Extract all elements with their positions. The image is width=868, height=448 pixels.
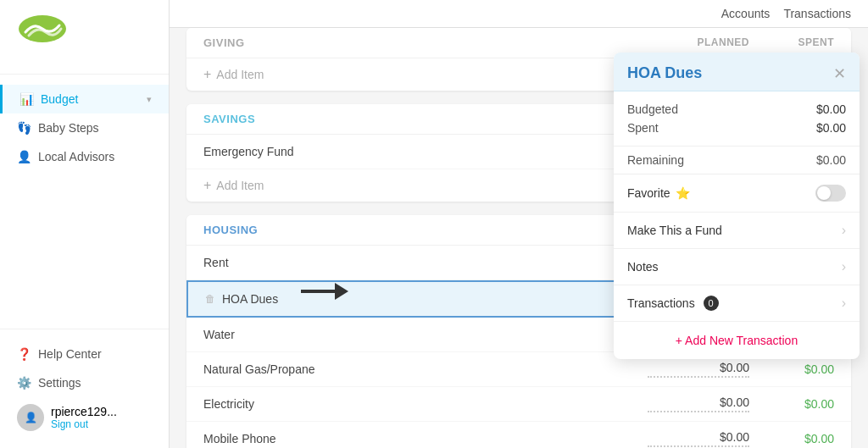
mobile-name: Mobile Phone xyxy=(203,432,648,445)
spent-label: Spent xyxy=(627,121,659,135)
gas-planned: $0.00 xyxy=(648,361,749,378)
budgeted-label: Budgeted xyxy=(627,102,678,116)
add-transaction-button[interactable]: + Add New Transaction xyxy=(614,322,860,359)
settings-icon: ⚙️ xyxy=(17,376,31,390)
sidebar-item-budget-label: Budget xyxy=(41,92,78,106)
remaining-label: Remaining xyxy=(627,153,684,167)
avatar: 👤 xyxy=(17,404,44,431)
add-transaction-label: + Add New Transaction xyxy=(676,334,798,347)
hoa-name: 🗑 HOA Dues xyxy=(205,292,646,306)
logo xyxy=(0,0,169,75)
giving-add-item-label: Add Item xyxy=(216,68,264,81)
transactions-label: Transactions 0 xyxy=(627,296,719,311)
electricity-planned: $0.00 xyxy=(648,395,749,412)
panel-header: HOA Dues ✕ xyxy=(614,53,860,91)
user-info: rpierce129... Sign out xyxy=(51,405,117,430)
gas-name: Natural Gas/Propane xyxy=(203,362,648,376)
sidebar-item-local-advisors[interactable]: 👤 Local Advisors xyxy=(0,142,169,171)
sidebar-item-budget[interactable]: 📊 Budget ▾ xyxy=(0,85,169,113)
panel-body: Budgeted $0.00 Spent $0.00 Remaining $0.… xyxy=(614,91,860,359)
mobile-planned: $0.00 xyxy=(648,430,749,447)
transactions-label-text: Transactions xyxy=(627,296,695,310)
advisors-icon: 👤 xyxy=(17,150,31,163)
electricity-name: Electricity xyxy=(203,397,648,411)
giving-title: GIVING xyxy=(203,36,648,49)
budgeted-value: $0.00 xyxy=(816,102,846,116)
sidebar-item-baby-steps-label: Baby Steps xyxy=(38,121,99,135)
housing-row-mobile[interactable]: Mobile Phone $0.00 $0.00 xyxy=(186,422,851,448)
hoa-panel: HOA Dues ✕ Budgeted $0.00 Spent $0.00 Re… xyxy=(614,53,860,359)
sidebar-item-settings[interactable]: ⚙️ Settings xyxy=(0,368,169,397)
sidebar-item-settings-label: Settings xyxy=(38,376,81,390)
giving-planned-col: PLANNED xyxy=(648,36,749,49)
chevron-right-icon: › xyxy=(842,223,846,238)
sidebar-item-baby-steps[interactable]: 👣 Baby Steps xyxy=(0,113,169,142)
favorite-toggle[interactable] xyxy=(815,185,846,202)
electricity-spent: $0.00 xyxy=(749,397,834,411)
transactions-link[interactable]: Transactions xyxy=(783,7,851,20)
delete-icon[interactable]: 🗑 xyxy=(205,293,215,305)
favorite-label: Favorite ⭐ xyxy=(627,186,690,200)
user-section: 👤 rpierce129... Sign out xyxy=(0,397,169,438)
arrow-body xyxy=(301,290,335,293)
baby-steps-icon: 👣 xyxy=(17,121,31,135)
spent-row: Spent $0.00 xyxy=(627,119,846,137)
panel-amounts-section: Budgeted $0.00 Spent $0.00 xyxy=(614,91,860,147)
plus-icon-savings: + xyxy=(203,178,211,193)
top-bar: Accounts Transactions xyxy=(170,0,868,28)
mobile-spent: $0.00 xyxy=(749,432,834,445)
transactions-row[interactable]: Transactions 0 › xyxy=(614,285,860,322)
sidebar-bottom: ❓ Help Center ⚙️ Settings 👤 rpierce129..… xyxy=(0,329,169,448)
notes-row[interactable]: Notes › xyxy=(614,249,860,285)
app-logo xyxy=(17,14,68,54)
sidebar-item-help-label: Help Center xyxy=(38,347,102,361)
transactions-chevron-icon: › xyxy=(842,296,846,311)
gas-spent: $0.00 xyxy=(749,362,834,376)
budgeted-row: Budgeted $0.00 xyxy=(627,100,846,119)
accounts-link[interactable]: Accounts xyxy=(721,7,771,20)
notes-label: Notes xyxy=(627,260,659,274)
remaining-section: Remaining $0.00 xyxy=(614,147,860,174)
make-fund-row[interactable]: Make This a Fund › xyxy=(614,213,860,249)
arrow-head xyxy=(335,283,348,300)
sidebar: 📊 Budget ▾ 👣 Baby Steps 👤 Local Advisors… xyxy=(0,0,170,448)
close-icon[interactable]: ✕ xyxy=(833,66,846,81)
sidebar-item-help[interactable]: ❓ Help Center xyxy=(0,340,169,368)
water-name: Water xyxy=(203,328,648,341)
arrow-indicator xyxy=(301,283,348,300)
transactions-badge: 0 xyxy=(704,296,719,311)
rent-name: Rent xyxy=(203,256,648,269)
user-name: rpierce129... xyxy=(51,405,117,418)
sidebar-nav: 📊 Budget ▾ 👣 Baby Steps 👤 Local Advisors xyxy=(0,75,169,329)
giving-spent-col: SPENT xyxy=(749,36,834,49)
plus-icon: + xyxy=(203,67,211,82)
favorite-label-text: Favorite xyxy=(627,186,670,200)
savings-title: SAVINGS xyxy=(203,113,648,125)
savings-add-item-label: Add Item xyxy=(216,179,264,192)
chevron-down-icon: ▾ xyxy=(147,94,152,105)
main-content: Accounts Transactions GIVING PLANNED SPE… xyxy=(170,0,868,448)
sidebar-item-local-advisors-label: Local Advisors xyxy=(38,150,114,163)
help-icon: ❓ xyxy=(17,347,31,361)
star-icon: ⭐ xyxy=(676,186,690,200)
budget-icon: 📊 xyxy=(19,92,34,106)
housing-row-electricity[interactable]: Electricity $0.00 $0.00 xyxy=(186,387,851,422)
spent-value: $0.00 xyxy=(816,121,846,135)
remaining-value: $0.00 xyxy=(816,153,846,167)
notes-chevron-icon: › xyxy=(842,259,846,274)
toggle-thumb xyxy=(817,186,831,200)
make-fund-label: Make This a Fund xyxy=(627,224,722,237)
housing-title: HOUSING xyxy=(203,224,648,236)
savings-row-name: Emergency Fund xyxy=(203,145,648,158)
sign-out-link[interactable]: Sign out xyxy=(51,418,117,430)
favorite-row[interactable]: Favorite ⭐ xyxy=(614,174,860,213)
panel-title: HOA Dues xyxy=(627,64,702,82)
